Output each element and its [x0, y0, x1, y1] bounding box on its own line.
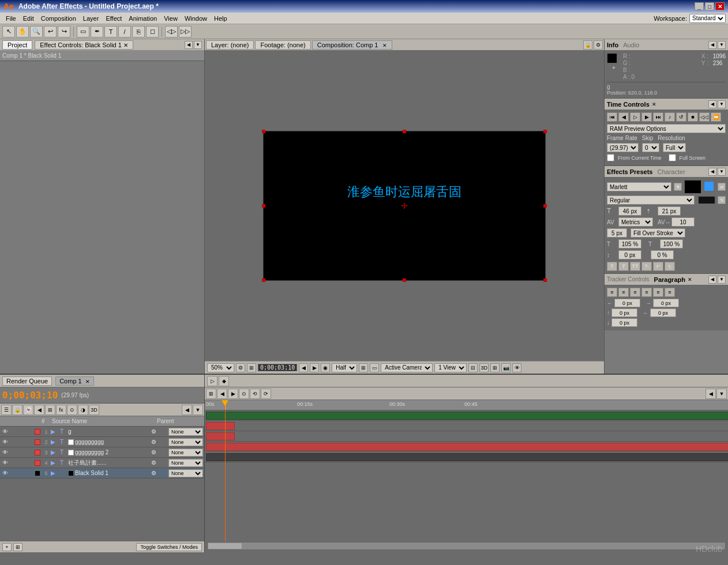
paragraph-tab[interactable]: Paragraph: [654, 276, 685, 283]
layer-4-expand[interactable]: ▶: [51, 459, 60, 466]
menu-help[interactable]: Help: [211, 14, 231, 23]
layer-row[interactable]: 👁 2 ▶ T ggggggggg ⚙ None: [0, 437, 204, 447]
align-left-btn[interactable]: ≡: [607, 288, 617, 297]
italic-btn[interactable]: T: [618, 262, 629, 271]
tr-tool2[interactable]: ◀: [217, 389, 227, 399]
tr-tool4[interactable]: ⊙: [239, 389, 249, 399]
grid-icon[interactable]: ⊞: [359, 363, 368, 372]
new-layer-btn[interactable]: +: [2, 543, 12, 551]
font-size-field[interactable]: [618, 206, 641, 216]
show-snapshot-icon[interactable]: 👁: [512, 363, 521, 372]
layer-2-color[interactable]: [35, 439, 40, 445]
tool-undo[interactable]: ↩: [44, 26, 57, 37]
tc-expand[interactable]: ◀: [708, 100, 716, 108]
tc-ram-prev[interactable]: ◁◁: [699, 112, 710, 122]
allcaps-btn[interactable]: TT: [630, 262, 640, 271]
font-select[interactable]: Marlett: [607, 182, 671, 191]
stroke-type-select[interactable]: Fill Over Stroke: [631, 228, 685, 238]
bold-btn[interactable]: T: [607, 262, 617, 271]
viewer-lock[interactable]: 🔒: [583, 40, 592, 50]
timeline-timecode[interactable]: 0;00;03;10: [2, 390, 58, 401]
tl-3d[interactable]: 3D: [89, 405, 99, 415]
toggle-modes-btn[interactable]: Toggle Switches / Modes: [136, 543, 202, 551]
layer-row[interactable]: 👁 3 ▶ T ggggggggg 2 ⚙ None: [0, 447, 204, 458]
tool-hand[interactable]: ✋: [16, 26, 29, 37]
right-indent-field[interactable]: [653, 299, 679, 307]
menu-file[interactable]: File: [2, 14, 20, 23]
tl-shy[interactable]: 👻: [23, 405, 33, 415]
viewer-settings[interactable]: ⚙: [594, 40, 603, 50]
tool-playback[interactable]: ◁▷: [165, 26, 178, 37]
track-bar-2[interactable]: [206, 422, 235, 430]
tl-adjustment[interactable]: ◑: [78, 405, 88, 415]
space-after-field[interactable]: [611, 318, 637, 327]
prev-frame-icon[interactable]: ◀: [299, 363, 308, 372]
tr-expand[interactable]: ◀: [706, 389, 716, 399]
next-frame-icon[interactable]: ▶: [310, 363, 319, 372]
menu-edit[interactable]: Edit: [20, 14, 37, 23]
layer-5-vis[interactable]: 👁: [1, 470, 9, 476]
tr-tool5[interactable]: ⟲: [250, 389, 260, 399]
info-expand[interactable]: ◀: [708, 41, 716, 49]
corner-handle-mr[interactable]: [543, 204, 547, 208]
view-options-icon[interactable]: ⊟: [468, 363, 478, 372]
stroke-color[interactable]: [704, 181, 714, 191]
time-controls-title[interactable]: Time Controls: [607, 101, 650, 108]
comp-tab-close[interactable]: ✕: [382, 43, 387, 48]
menu-layer[interactable]: Layer: [80, 14, 103, 23]
time-controls-close[interactable]: ✕: [652, 101, 656, 107]
tc-play[interactable]: ▷: [630, 112, 640, 122]
tr-tool6[interactable]: ⟳: [261, 389, 271, 399]
comp1-tab-close[interactable]: ✕: [85, 379, 90, 385]
tc-skip-select[interactable]: 0: [642, 143, 659, 152]
tsukumi-field[interactable]: [651, 250, 674, 259]
audio-tab[interactable]: Audio: [623, 42, 639, 48]
info-tab[interactable]: Info: [607, 42, 618, 48]
smallcaps-btn[interactable]: Tₜ: [641, 262, 652, 271]
tl-menu[interactable]: ▼: [193, 405, 203, 415]
layer-4-vis[interactable]: 👁: [1, 459, 9, 466]
left-margin-field[interactable]: [650, 308, 676, 317]
info-plus-btn[interactable]: +: [607, 65, 621, 71]
layer-5-switches[interactable]: ⚙: [151, 470, 160, 476]
layer-5-expand[interactable]: ▶: [51, 470, 60, 476]
track-bar-1[interactable]: [206, 412, 728, 420]
tool-ram[interactable]: ▷▷: [179, 26, 192, 37]
color-swatch-2[interactable]: [698, 196, 715, 204]
pixel-icon[interactable]: ⊞: [490, 363, 500, 372]
justify-center-btn[interactable]: ≡: [653, 288, 663, 297]
layer-3-switches[interactable]: ⚙: [151, 449, 160, 455]
time-ruler[interactable]: 00s 00:15s 00:30s 00:45 Time Ruler (Clic…: [205, 400, 728, 410]
tc-next-frame[interactable]: ▶: [641, 112, 652, 122]
paragraph-close[interactable]: ✕: [688, 277, 692, 282]
layer-1-switches[interactable]: ⚙: [151, 428, 160, 435]
zoom-select[interactable]: 50%: [207, 363, 234, 372]
align-right-btn[interactable]: ≡: [630, 288, 640, 297]
effect-controls-close[interactable]: ✕: [123, 42, 128, 48]
tracker-tab[interactable]: Tracker Controls: [607, 276, 650, 282]
menu-effect[interactable]: Effect: [102, 14, 125, 23]
layer-2-vis[interactable]: 👁: [1, 439, 9, 445]
left-indent-field[interactable]: [614, 299, 640, 307]
ec-expand[interactable]: ◀: [708, 168, 716, 176]
layer-2-switches[interactable]: ⚙: [151, 439, 160, 445]
corner-handle-bl[interactable]: [262, 278, 265, 282]
layer-5-parent[interactable]: None: [168, 469, 203, 477]
menu-composition[interactable]: Composition: [37, 14, 80, 23]
tool-brush[interactable]: /: [118, 26, 131, 37]
baseline-field[interactable]: [618, 250, 641, 259]
layer-1-color[interactable]: [35, 429, 40, 435]
snapshot-icon[interactable]: 📷: [501, 363, 511, 372]
layer-viewer-tab[interactable]: Layer: (none): [206, 40, 254, 50]
tool-pen[interactable]: ✒: [91, 26, 103, 37]
track-bar-3[interactable]: [206, 432, 235, 440]
track-bar-4[interactable]: [206, 443, 728, 451]
ec-menu[interactable]: ▼: [718, 168, 726, 176]
tr-tool3[interactable]: ▶: [228, 389, 238, 399]
render-queue-tab[interactable]: Render Queue: [2, 376, 52, 386]
effects-presets-tab[interactable]: Effects Presets: [607, 168, 653, 175]
info-menu[interactable]: ▼: [718, 41, 726, 49]
stroke-width-field[interactable]: [607, 228, 627, 238]
track-bar-5[interactable]: [206, 453, 728, 461]
tr-keyframe[interactable]: ◆: [219, 376, 229, 386]
